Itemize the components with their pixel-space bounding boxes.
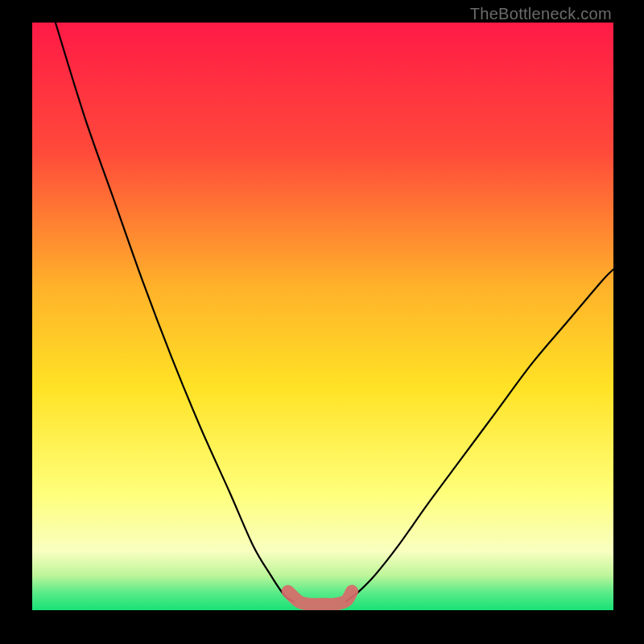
right-curve (346, 270, 613, 601)
plot-area (32, 23, 613, 610)
valley-highlight (288, 592, 352, 605)
chart-svg (32, 23, 613, 610)
attribution-text: TheBottleneck.com (470, 5, 612, 23)
left-curve (56, 23, 294, 601)
chart-frame: TheBottleneck.com (0, 0, 644, 644)
